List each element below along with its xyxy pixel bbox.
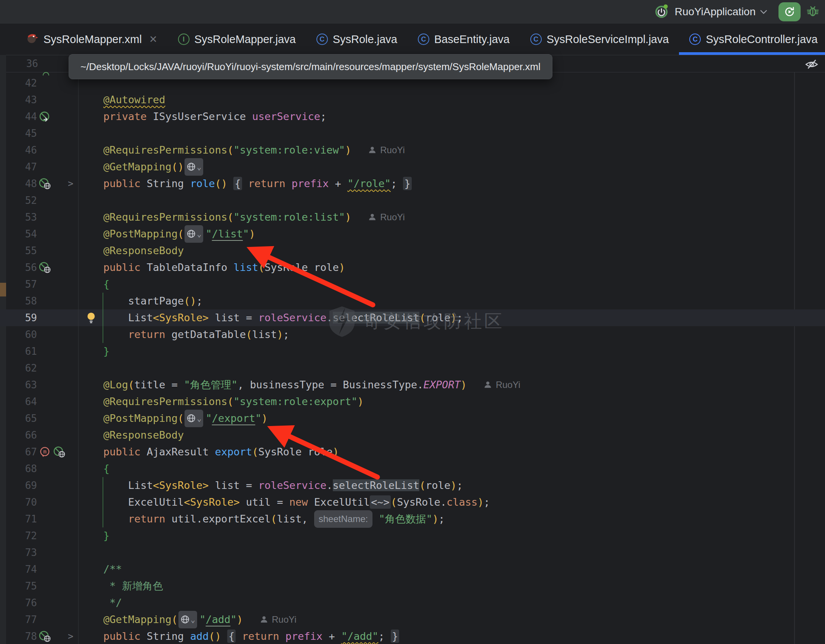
gutter[interactable]: 75 (0, 578, 79, 594)
code-line[interactable]: 75 * 新增角色 (0, 578, 825, 594)
code-line[interactable]: 54 @PostMapping(⌄"/list") (0, 226, 825, 242)
code-line[interactable]: 77 @GetMapping(⌄"/add")RuoYi (0, 611, 825, 628)
gutter[interactable]: 78> (0, 628, 79, 644)
line-number[interactable]: 52 (25, 192, 37, 209)
fold-chevron-icon[interactable]: > (68, 175, 73, 192)
line-number[interactable]: 69 (25, 477, 37, 494)
line-number[interactable]: 54 (25, 226, 37, 242)
code-line[interactable]: 74 /** (0, 561, 825, 578)
code-line[interactable]: 46 @RequiresPermissions("system:role:vie… (0, 142, 825, 159)
line-number[interactable]: 78 (25, 628, 37, 644)
gutter[interactable]: 72 (0, 527, 79, 544)
code-line[interactable]: 56 public TableDataInfo list(SysRole rol… (0, 259, 825, 276)
code-line[interactable]: 73 (0, 544, 825, 561)
tab-SysRoleMapper.java[interactable]: ISysRoleMapper.java (168, 24, 306, 55)
code-line[interactable]: 44 private ISysUserService userService; (0, 108, 825, 125)
gutter[interactable]: 69 (0, 477, 79, 494)
mapping-url-link[interactable]: /export (212, 412, 255, 424)
gutter[interactable]: 46 (0, 142, 79, 159)
line-number[interactable]: 48 (25, 175, 37, 192)
code-line[interactable]: 69 List<SysRole> list = roleService.sele… (0, 477, 825, 494)
line-number[interactable]: 73 (25, 544, 37, 561)
gutter[interactable]: 68 (0, 460, 79, 477)
git-author-inlay[interactable]: RuoYi (260, 614, 296, 625)
line-number[interactable]: 64 (25, 393, 37, 410)
gutter-icons[interactable] (39, 111, 51, 124)
code-text[interactable]: public TableDataInfo list(SysRole role) (79, 259, 825, 276)
code-line[interactable]: 70 ExcelUtil<SysRole> util = new ExcelUt… (0, 494, 825, 511)
line-number[interactable]: 77 (25, 611, 37, 628)
code-line[interactable]: 72 } (0, 527, 825, 544)
gutter[interactable]: 43 (0, 91, 79, 108)
code-line[interactable]: 61 } (0, 343, 825, 360)
gutter[interactable]: 74 (0, 561, 79, 578)
code-text[interactable]: @ResponseBody (79, 242, 825, 259)
fold-chevron-icon[interactable]: > (68, 628, 73, 644)
line-number[interactable]: 62 (25, 360, 37, 376)
code-text[interactable]: @PostMapping(⌄"/export") (79, 410, 825, 427)
gutter[interactable]: 44 (0, 108, 79, 125)
line-number[interactable]: 44 (25, 108, 37, 125)
gutter[interactable]: 61 (0, 343, 79, 360)
url-inlay-chip[interactable]: ⌄ (178, 611, 197, 628)
code-line[interactable]: 55 @ResponseBody (0, 242, 825, 259)
gutter-icons[interactable] (39, 178, 51, 191)
line-number[interactable]: 43 (25, 91, 37, 108)
gutter[interactable]: 57 (0, 276, 79, 293)
code-line[interactable]: 68 { (0, 460, 825, 477)
line-number[interactable]: 55 (25, 242, 37, 259)
gutter[interactable]: 64 (0, 393, 79, 410)
line-number[interactable]: 68 (25, 460, 37, 477)
code-line[interactable]: 57 { (0, 276, 825, 293)
gutter[interactable]: 45 (0, 125, 79, 142)
tab-BaseEntity.java[interactable]: CBaseEntity.java (408, 24, 520, 55)
gutter[interactable]: 47 (0, 159, 79, 175)
gutter[interactable]: 77 (0, 611, 79, 628)
line-number[interactable]: 74 (25, 561, 37, 578)
tab-SysRoleServiceImpl.java[interactable]: CSysRoleServiceImpl.java (520, 24, 679, 55)
code-text[interactable] (79, 125, 825, 142)
code-line[interactable]: 63 @Log(title = "角色管理", businessType = B… (0, 376, 825, 393)
line-number[interactable]: 66 (25, 427, 37, 444)
line-number[interactable]: 76 (25, 594, 37, 611)
rerun-button[interactable] (778, 2, 801, 21)
gutter[interactable]: 76 (0, 594, 79, 611)
line-number[interactable]: 63 (25, 376, 37, 393)
line-number[interactable]: 46 (25, 142, 37, 159)
gutter[interactable]: 53 (0, 209, 79, 226)
debug-button[interactable] (806, 4, 820, 19)
tab-SysRole.java[interactable]: CSysRole.java (306, 24, 408, 55)
code-line[interactable]: 64 @RequiresPermissions("system:role:exp… (0, 393, 825, 410)
line-number[interactable]: 59 (25, 309, 37, 326)
code-line[interactable]: 48> public String role() { return prefix… (0, 175, 825, 192)
gutter[interactable]: 67m (0, 444, 79, 460)
url-inlay-chip[interactable]: ⌄ (185, 225, 203, 243)
code-text[interactable]: } (79, 527, 825, 544)
line-number[interactable]: 71 (25, 511, 37, 527)
code-text[interactable] (79, 360, 825, 376)
code-text[interactable]: { (79, 276, 825, 293)
gutter[interactable]: 56 (0, 259, 79, 276)
url-inlay-chip[interactable]: ⌄ (185, 410, 203, 427)
code-text[interactable]: @RequiresPermissions("system:role:view")… (79, 142, 825, 159)
code-text[interactable]: public String role() { return prefix + "… (79, 175, 825, 192)
code-line[interactable]: 76 */ (0, 594, 825, 611)
code-text[interactable]: return util.exportExcel(list, sheetName:… (79, 511, 825, 527)
code-line[interactable]: 43 @Autowired (0, 91, 825, 108)
code-text[interactable] (79, 544, 825, 561)
mapping-url-link[interactable]: /add (205, 614, 230, 625)
code-text[interactable]: @RequiresPermissions("system:role:list")… (79, 209, 825, 226)
code-line[interactable]: 47 @GetMapping()⌄ (0, 159, 825, 175)
gutter[interactable]: 42 (0, 75, 79, 91)
line-number[interactable]: 57 (25, 276, 37, 293)
tab-SysRoleController.java[interactable]: CSysRoleController.java✕ (679, 24, 825, 55)
gutter[interactable]: 55 (0, 242, 79, 259)
hide-annotations-button[interactable] (804, 58, 819, 72)
line-number[interactable]: 72 (25, 527, 37, 544)
gutter[interactable]: 66 (0, 427, 79, 444)
gutter[interactable]: 62 (0, 360, 79, 376)
code-editor[interactable]: 4243 @Autowired44 private ISysUserServic… (0, 75, 825, 644)
code-line[interactable]: 78> public String add() { return prefix … (0, 628, 825, 644)
code-line[interactable]: 66 @ResponseBody (0, 427, 825, 444)
code-text[interactable]: @GetMapping(⌄"/add")RuoYi (79, 611, 825, 628)
